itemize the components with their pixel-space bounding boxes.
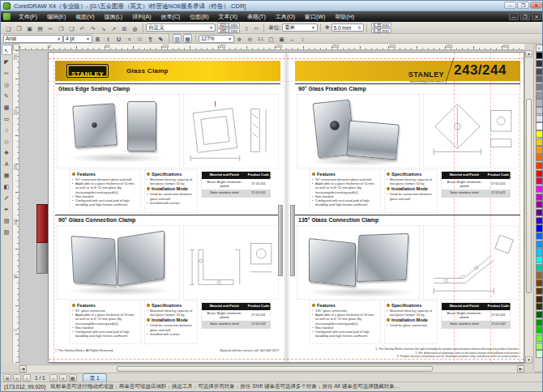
text-tool[interactable]: A bbox=[2, 158, 12, 168]
rectangle-tool[interactable]: ▭ bbox=[2, 113, 12, 123]
add-page-button[interactable]: ⊞ bbox=[3, 374, 11, 381]
blend-tool[interactable]: ◧ bbox=[2, 181, 12, 191]
color-swatch[interactable] bbox=[536, 326, 543, 334]
new-button[interactable]: ❑ bbox=[4, 23, 13, 32]
nudge-field[interactable]: 5.0 mm⇅ bbox=[331, 23, 364, 32]
page-tab[interactable]: 页 1 bbox=[83, 373, 107, 381]
copy-button[interactable]: ❐ bbox=[57, 23, 66, 32]
color-swatch[interactable] bbox=[536, 99, 543, 106]
maximize-button[interactable]: ❐ bbox=[517, 2, 529, 9]
menu-help[interactable]: 帮助(H) bbox=[330, 11, 359, 22]
welcome-screen-button[interactable]: ◍ bbox=[130, 23, 139, 32]
first-page-button[interactable]: « bbox=[13, 374, 21, 381]
duplicate-y-field[interactable]: 6.35 mm bbox=[371, 28, 391, 33]
freehand-tool[interactable]: ✎ bbox=[2, 90, 12, 100]
no-color-swatch[interactable]: ✕ bbox=[536, 45, 543, 52]
export-button[interactable]: ↗ bbox=[109, 23, 118, 32]
color-swatch[interactable] bbox=[536, 138, 543, 146]
color-swatch[interactable] bbox=[536, 303, 543, 310]
next-page-button[interactable]: › bbox=[49, 374, 58, 381]
color-swatch[interactable] bbox=[536, 288, 543, 295]
menu-window[interactable]: 窗口(W) bbox=[300, 11, 330, 22]
pick-tool[interactable]: ↖ bbox=[2, 45, 12, 55]
color-swatch[interactable] bbox=[536, 154, 543, 161]
doc-close-button[interactable]: ✕ bbox=[532, 13, 541, 20]
vertical-scroll-thumb[interactable] bbox=[526, 99, 532, 293]
color-swatch[interactable] bbox=[536, 271, 543, 279]
doc-minimize-button[interactable]: ─ bbox=[509, 13, 519, 20]
app-launcher-button[interactable]: ⊞ bbox=[120, 23, 129, 32]
color-swatch[interactable] bbox=[536, 248, 543, 255]
font-combobox[interactable]: Arial▼ bbox=[3, 35, 63, 43]
color-swatch[interactable] bbox=[536, 146, 543, 153]
color-swatch[interactable] bbox=[536, 92, 543, 99]
font-size-combobox[interactable]: 4 pt▼ bbox=[63, 35, 92, 43]
color-swatch[interactable] bbox=[536, 350, 543, 357]
color-swatch[interactable] bbox=[536, 194, 543, 201]
minimize-button[interactable]: ─ bbox=[504, 2, 516, 9]
color-swatch[interactable] bbox=[536, 107, 543, 114]
color-swatch[interactable] bbox=[536, 343, 543, 350]
menu-layout[interactable]: 版面(L) bbox=[100, 11, 128, 22]
zoom-out-button[interactable]: ⊖ bbox=[246, 34, 254, 43]
zoom-level-combobox[interactable]: 127%▼ bbox=[199, 35, 234, 43]
color-swatch[interactable] bbox=[536, 201, 543, 208]
open-button[interactable]: ❒ bbox=[15, 23, 24, 32]
menu-text[interactable]: 文本(X) bbox=[214, 11, 242, 22]
polygon-tool[interactable]: ◇ bbox=[2, 135, 12, 146]
color-swatch[interactable] bbox=[536, 334, 543, 342]
horizontal-scrollbar[interactable]: ◀ ▶ bbox=[19, 364, 524, 373]
smart-fill-tool[interactable]: ▩ bbox=[2, 101, 12, 112]
zoom-tool[interactable]: ◎ bbox=[2, 79, 12, 89]
units-combobox[interactable]: 毫米▼ bbox=[282, 23, 318, 32]
menu-file[interactable]: 文件(F) bbox=[14, 11, 42, 22]
interactive-fill-tool[interactable]: ▧ bbox=[2, 226, 12, 236]
zoom-height-button[interactable]: ↕ bbox=[298, 34, 307, 43]
paper-width-field[interactable]: 420.0 mm bbox=[217, 23, 240, 28]
menu-tools[interactable]: 工具(O) bbox=[271, 11, 300, 22]
menu-arrange[interactable]: 排列(A) bbox=[127, 11, 156, 22]
preset-combobox[interactable]: 自定义▼ bbox=[146, 23, 216, 32]
color-swatch[interactable] bbox=[536, 60, 543, 67]
landscape-button[interactable]: ▭ bbox=[252, 24, 260, 32]
last-page-button[interactable]: » bbox=[59, 374, 67, 381]
color-swatch[interactable] bbox=[536, 264, 543, 271]
color-swatch[interactable] bbox=[536, 296, 543, 303]
alignment-button[interactable]: ≡ bbox=[125, 34, 134, 43]
bullet-list-button[interactable]: ∷ bbox=[135, 34, 144, 43]
color-swatch[interactable] bbox=[536, 75, 543, 83]
color-swatch[interactable] bbox=[536, 122, 543, 130]
print-button[interactable]: ▤ bbox=[36, 23, 45, 32]
menu-view[interactable]: 视图(V) bbox=[71, 11, 99, 22]
duplicate-x-field[interactable]: 6.35 mm bbox=[371, 23, 391, 28]
portrait-button[interactable]: ▯ bbox=[242, 24, 250, 32]
color-swatch[interactable] bbox=[536, 170, 543, 177]
scroll-left-button[interactable]: ◀ bbox=[19, 365, 27, 373]
scroll-up-button[interactable]: ▲ bbox=[525, 50, 532, 58]
color-swatch[interactable] bbox=[536, 241, 543, 248]
color-swatch[interactable] bbox=[536, 177, 543, 185]
color-swatch[interactable] bbox=[536, 217, 543, 224]
shape-tool[interactable]: ◤ bbox=[2, 56, 12, 66]
eyedropper-tool[interactable]: ✐ bbox=[2, 192, 12, 202]
color-swatch[interactable] bbox=[536, 162, 543, 169]
redo-button[interactable]: ↷ bbox=[88, 23, 97, 32]
paper-height-field[interactable]: 285.0 mm bbox=[217, 28, 240, 33]
page-list-button[interactable]: ▦ bbox=[69, 374, 77, 381]
italic-button[interactable]: I bbox=[104, 34, 113, 43]
menu-table[interactable]: 表格(T) bbox=[242, 11, 271, 22]
side-index-tab-left[interactable] bbox=[36, 204, 48, 274]
color-swatch[interactable] bbox=[536, 224, 543, 232]
facing-pages-view-button[interactable]: ▦ bbox=[183, 34, 192, 43]
save-button[interactable]: ▣ bbox=[25, 23, 34, 32]
single-page-view-button[interactable]: ▥ bbox=[173, 34, 182, 43]
zoom-width-button[interactable]: ↔ bbox=[288, 34, 297, 43]
crop-tool[interactable]: ✂ bbox=[2, 67, 12, 78]
scroll-down-button[interactable]: ▼ bbox=[525, 356, 532, 364]
color-swatch[interactable] bbox=[536, 83, 543, 91]
fill-tool[interactable]: ▨ bbox=[2, 215, 12, 225]
undo-button[interactable]: ↶ bbox=[78, 23, 87, 32]
close-button[interactable]: ✕ bbox=[530, 2, 542, 9]
zoom-page-button[interactable]: ▣ bbox=[277, 34, 286, 43]
zoom-selection-button[interactable]: ▢ bbox=[267, 34, 276, 43]
